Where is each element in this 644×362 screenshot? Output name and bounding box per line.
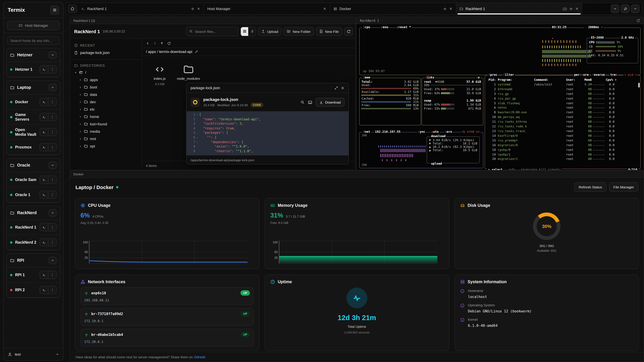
open-terminal-button[interactable] (40, 271, 48, 279)
host-row[interactable]: Oracle 1 ⋮ (7, 187, 60, 202)
close-icon[interactable] (323, 7, 326, 10)
tree-folder-row[interactable]: mnt (70, 135, 142, 142)
tab-racknerd1-terminal[interactable]: RackNerd 1 (78, 3, 204, 14)
host-row[interactable]: Game Servers ⋮ (7, 110, 60, 125)
menu-button[interactable] (50, 6, 59, 14)
grid-view-button[interactable] (241, 27, 248, 36)
chevron-right-icon[interactable] (79, 86, 82, 89)
sync-icon[interactable] (636, 18, 640, 22)
btop-pid-nav[interactable]: < pid > (624, 73, 637, 76)
chevron-right-icon[interactable] (79, 130, 82, 133)
btop-terminate[interactable]: terminate (521, 168, 537, 170)
back-icon[interactable] (146, 41, 150, 45)
process-row[interactable]: 12 rcu_tasks_rude_k root 0B 0.0 (485, 124, 640, 129)
group-collapse-button[interactable] (49, 162, 57, 169)
host-menu-button[interactable]: ⋮ (48, 224, 56, 231)
btop-tree[interactable]: tree (610, 73, 618, 76)
chevron-down-icon[interactable] (74, 71, 77, 74)
chevron-right-icon[interactable] (79, 122, 82, 125)
tree-folder-row[interactable]: opt (70, 142, 142, 150)
chevron-right-icon[interactable] (79, 108, 82, 111)
tree-folder-row[interactable]: data (70, 91, 142, 98)
btop-reverse[interactable]: everse (594, 73, 605, 76)
split-pane-icon[interactable] (191, 7, 194, 10)
host-menu-button[interactable]: ⋮ (48, 239, 56, 246)
open-terminal-button[interactable] (40, 176, 48, 183)
host-row[interactable]: RPI 2 ⋮ (7, 283, 60, 298)
open-terminal-button[interactable] (40, 224, 48, 231)
process-row[interactable]: 5 slub_flushwq root 0B 0.0 (485, 101, 640, 106)
open-terminal-button[interactable] (40, 143, 48, 151)
close-icon[interactable] (449, 7, 452, 10)
fold-icon[interactable]: ⌄ (195, 140, 199, 144)
upload-button[interactable]: Upload (258, 27, 282, 36)
open-terminal-button[interactable] (40, 128, 48, 136)
process-row[interactable]: 13 rcu_tasks_trace_ root 0B 0.0 (485, 129, 640, 134)
open-terminal-button[interactable] (40, 191, 48, 198)
host-menu-button[interactable]: ⋮ (48, 128, 56, 136)
tree-folder-row[interactable]: apps (70, 76, 142, 83)
host-menu-button[interactable]: ⋮ (48, 98, 56, 106)
close-icon[interactable] (341, 86, 344, 90)
open-terminal-button[interactable] (40, 113, 48, 121)
btop-info[interactable]: info (508, 168, 515, 170)
process-row[interactable]: 1 systemd /sbin/init root 9.2M 0.0 (485, 82, 640, 87)
host-menu-button[interactable]: ⋮ (48, 176, 56, 183)
tree-folder-row[interactable]: etc (70, 106, 142, 113)
btop-auto[interactable]: uto (433, 130, 439, 133)
list-view-button[interactable] (248, 27, 256, 36)
group-header[interactable]: Oracle (7, 159, 60, 172)
close-icon[interactable] (197, 7, 200, 10)
btop-terminal[interactable]: 1cpu menu preset * 03:31:25 - 2000ms + u… (356, 24, 643, 170)
tree-folder-row[interactable]: boot (70, 83, 142, 91)
editor-icon[interactable] (308, 100, 312, 104)
interface-row[interactable]: br-73718f7a09d2 UP 172.19.0.1 (80, 308, 254, 326)
btop-filter[interactable]: ilter (505, 73, 514, 76)
chevron-right-icon[interactable] (79, 100, 82, 103)
btop-zero[interactable]: ero (446, 130, 452, 133)
btop-select[interactable]: select (492, 168, 502, 170)
code-viewer[interactable]: 1⌄{ 2 "name": "termix-download-api", 3 "… (186, 111, 348, 156)
process-row[interactable]: 2 kthreadd root 0B 0.0 (485, 87, 640, 92)
host-row[interactable]: RackNerd 1 ⋮ (7, 220, 60, 235)
chevron-right-icon[interactable] (79, 145, 82, 148)
search-files-input[interactable]: Search files... (186, 27, 238, 36)
process-row[interactable]: 10 mm_percpu_wq root 0B 0.0 (485, 115, 640, 120)
open-terminal-button[interactable] (40, 98, 48, 106)
host-menu-button[interactable]: ⋮ (48, 66, 56, 73)
open-terminal-button[interactable] (40, 239, 48, 246)
process-row[interactable]: 4 rcu_par_gp root 0B 0.0 (485, 96, 640, 101)
split-pane-icon[interactable] (443, 7, 447, 10)
scroll-up-button[interactable] (631, 4, 640, 13)
process-row[interactable]: 16 migration/0 root 0B 0.0 (485, 143, 640, 148)
tree-folder-row[interactable]: media (70, 128, 142, 135)
forward-icon[interactable] (153, 41, 157, 45)
recent-file-item[interactable]: package-lock.json (70, 49, 142, 57)
tree-folder-row[interactable]: lost+found (70, 120, 142, 128)
host-menu-button[interactable]: ⋮ (48, 271, 56, 279)
btop-io-toggle[interactable]: o (478, 76, 480, 79)
edit-path-icon[interactable] (195, 50, 198, 53)
proc-scrollbar[interactable] (638, 83, 640, 87)
open-terminal-button[interactable] (40, 286, 48, 294)
file-tile-indexjs[interactable]: index.js 4.3 KB (147, 64, 172, 86)
tab-racknerd1-files[interactable]: RackNerd 1 (2) (456, 3, 582, 14)
tab-host-manager[interactable]: Host Manager (204, 3, 330, 14)
btop-menu[interactable]: enu (383, 25, 388, 29)
chevron-right-icon[interactable] (79, 78, 82, 81)
github-link[interactable]: GitHub! (194, 355, 206, 359)
tree-folder-row[interactable]: dev (70, 98, 142, 106)
host-row[interactable]: Proxmox ⋮ (7, 140, 60, 155)
process-row[interactable]: 15 rcu_preempt root 0B 0.0 (485, 138, 640, 143)
fold-icon[interactable]: ⌄ (195, 131, 199, 135)
host-row[interactable]: Oracle Sam ⋮ (7, 172, 60, 187)
tree-folder-row[interactable]: home (70, 113, 142, 120)
group-collapse-button[interactable] (49, 84, 57, 91)
chevron-right-icon[interactable] (79, 115, 82, 118)
download-button[interactable]: Download (316, 98, 344, 107)
host-menu-button[interactable]: ⋮ (48, 143, 56, 151)
host-row[interactable]: RackNerd 2 ⋮ (7, 235, 60, 250)
host-row[interactable]: RPI 1 ⋮ (7, 268, 60, 283)
group-collapse-button[interactable] (49, 51, 57, 59)
file-manager-button[interactable]: File Manager (609, 182, 638, 192)
